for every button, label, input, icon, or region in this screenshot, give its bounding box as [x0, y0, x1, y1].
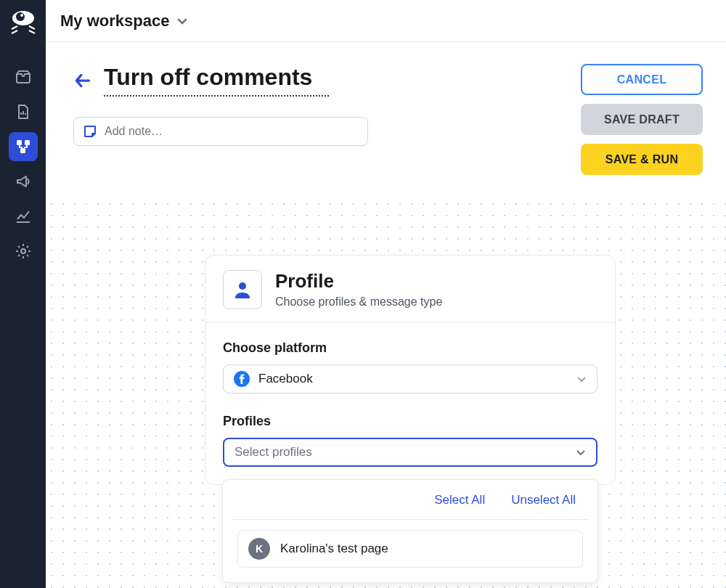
topbar: My workspace: [46, 0, 726, 42]
workspace-name: My workspace: [60, 12, 169, 30]
chevron-down-icon: [576, 447, 586, 457]
profile-card: Profile Choose profiles & message type C…: [205, 255, 616, 485]
save-draft-button[interactable]: SAVE DRAFT: [581, 104, 703, 135]
svg-rect-5: [20, 148, 25, 153]
svg-rect-3: [17, 140, 22, 145]
chevron-down-icon: [576, 374, 587, 384]
card-title: Profile: [275, 270, 442, 293]
note-icon: [83, 124, 97, 139]
workflow-icon: [15, 138, 32, 155]
avatar: K: [248, 538, 270, 560]
profiles-placeholder: Select profiles: [234, 445, 567, 460]
inbox-icon: [15, 68, 32, 86]
svg-rect-4: [25, 140, 30, 145]
page-title[interactable]: Turn off comments: [104, 64, 329, 97]
profiles-select[interactable]: Select profiles: [223, 438, 597, 467]
svg-point-1: [16, 12, 25, 21]
note-input-container[interactable]: [73, 117, 368, 146]
profile-card-icon: [223, 270, 262, 309]
sidebar-item-campaigns[interactable]: [9, 167, 38, 196]
platform-label: Choose platform: [223, 340, 597, 356]
chevron-down-icon: [176, 15, 188, 27]
svg-point-7: [239, 282, 246, 290]
sidebar-item-analytics[interactable]: [9, 202, 38, 231]
save-run-button[interactable]: SAVE & RUN: [581, 144, 703, 175]
back-arrow-icon[interactable]: [73, 71, 92, 90]
note-input[interactable]: [105, 125, 359, 138]
card-subtitle: Choose profiles & message type: [275, 295, 442, 309]
cancel-button[interactable]: CANCEL: [581, 64, 703, 95]
svg-point-6: [21, 249, 25, 253]
action-buttons: CANCEL SAVE DRAFT SAVE & RUN: [581, 64, 703, 175]
app-logo[interactable]: [7, 7, 39, 39]
workspace-selector[interactable]: My workspace: [60, 12, 188, 30]
sidebar-item-workflows[interactable]: [9, 132, 38, 161]
platform-select[interactable]: Facebook: [223, 364, 597, 393]
megaphone-icon: [15, 173, 32, 190]
app-sidebar: [0, 0, 46, 588]
content-area: Turn off comments CANCEL SAVE DRAFT SAVE…: [46, 42, 726, 588]
facebook-icon: [234, 371, 250, 387]
page-header: Turn off comments CANCEL SAVE DRAFT SAVE…: [46, 42, 726, 175]
profiles-dropdown: Select All Unselect All K Karolina's tes…: [222, 479, 598, 583]
svg-point-2: [20, 14, 23, 17]
analytics-icon: [15, 208, 32, 225]
sidebar-item-reports[interactable]: [9, 97, 38, 126]
dropdown-item[interactable]: K Karolina's test page: [237, 530, 583, 568]
dropdown-item-label: Karolina's test page: [280, 542, 388, 556]
select-all-button[interactable]: Select All: [434, 493, 485, 507]
workflow-canvas[interactable]: Profile Choose profiles & message type C…: [46, 198, 726, 588]
sidebar-item-inbox[interactable]: [9, 62, 38, 91]
person-icon: [231, 278, 254, 301]
document-chart-icon: [15, 103, 32, 121]
profiles-label: Profiles: [223, 414, 597, 429]
sidebar-item-settings[interactable]: [9, 237, 38, 266]
platform-value: Facebook: [258, 372, 568, 386]
gear-icon: [15, 242, 32, 260]
unselect-all-button[interactable]: Unselect All: [511, 493, 576, 507]
